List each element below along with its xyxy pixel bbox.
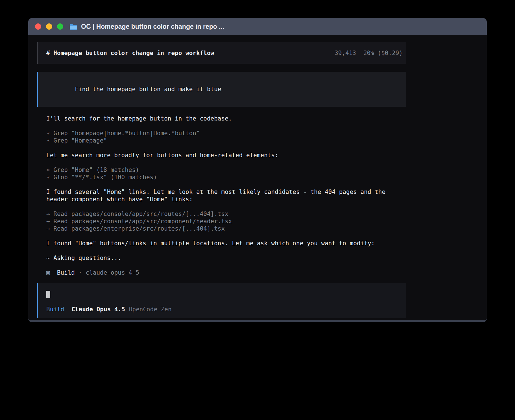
- status-bar: ········ esc interrupt ctrl+tvariants ta…: [37, 320, 406, 322]
- spinner-dots: ········: [37, 320, 70, 322]
- tool-call-read: → Read packages/enterprise/src/routes/[.…: [46, 225, 406, 232]
- shortcut-key-commands: ctrl+p: [352, 321, 374, 322]
- shortcut-key-agents: tab: [309, 321, 320, 322]
- tool-call-group: ∗ Grep "Home" (18 matches) ∗ Glob "**/*.…: [46, 166, 406, 181]
- context-cost: 20% ($0.29): [363, 50, 403, 56]
- user-message: Find the homepage button and make it blu…: [37, 72, 406, 107]
- tool-call-grep: ∗ Grep "Homepage": [46, 137, 406, 144]
- assistant-status-text: ~ Asking questions...: [46, 254, 406, 262]
- interrupt-label: interrupt: [93, 320, 125, 322]
- close-button[interactable]: [35, 23, 41, 30]
- shortcut-variants: ctrl+tvariants: [248, 320, 301, 322]
- assistant-paragraph: I found several "Home" links. Let me loo…: [46, 188, 406, 203]
- model-status-line: Build Claude Opus 4.5 OpenCode Zen: [46, 306, 398, 313]
- agent-status-line: ▣ Build · claude-opus-4-5: [46, 269, 406, 276]
- zoom-button[interactable]: [57, 23, 63, 30]
- provider-label: OpenCode Zen: [129, 306, 172, 313]
- window-title-group: OC | Homepage button color change in rep…: [69, 23, 224, 30]
- window-title: OC | Homepage button color change in rep…: [81, 23, 224, 30]
- assistant-text: header component which have "Home" links…: [46, 196, 406, 203]
- minimize-button[interactable]: [46, 23, 52, 30]
- user-message-text: Find the homepage button and make it blu…: [75, 86, 221, 93]
- assistant-text: I'll search for the homepage button in t…: [46, 115, 406, 122]
- agent-icon: ▣: [46, 269, 50, 276]
- text-cursor: [46, 291, 50, 298]
- shortcut-label-agents: agents: [323, 321, 345, 322]
- assistant-text: I found "Home" buttons/links in multiple…: [46, 240, 406, 247]
- model-label: Claude Opus 4.5: [71, 306, 125, 313]
- assistant-paragraph: I found "Home" buttons/links in multiple…: [46, 240, 406, 247]
- shortcut-agents: tabagents: [309, 320, 345, 322]
- mode-label: Build: [46, 306, 64, 313]
- shortcut-key-variants: ctrl+t: [248, 321, 269, 322]
- assistant-paragraph: Let me search more broadly for buttons a…: [46, 152, 406, 159]
- status-bar-left: ········ esc interrupt: [37, 320, 125, 322]
- session-header: # Homepage button color change in repo w…: [37, 42, 406, 64]
- assistant-text: Let me search more broadly for buttons a…: [46, 152, 406, 159]
- agent-name: Build: [57, 269, 75, 276]
- token-count: 39,413: [335, 50, 356, 56]
- app-window: OC | Homepage button color change in rep…: [28, 18, 487, 322]
- window-titlebar[interactable]: OC | Homepage button color change in rep…: [28, 18, 487, 35]
- tool-call-read: → Read packages/console/app/src/componen…: [46, 218, 406, 225]
- agent-separator: ·: [78, 269, 82, 276]
- assistant-paragraph: I'll search for the homepage button in t…: [46, 115, 406, 122]
- conversation: I'll search for the homepage button in t…: [37, 115, 406, 276]
- esc-key: esc: [78, 320, 89, 322]
- traffic-lights: [35, 23, 63, 30]
- status-bar-right: ctrl+tvariants tabagents ctrl+pcommands: [248, 320, 406, 322]
- session-title: # Homepage button color change in repo w…: [46, 49, 214, 57]
- shortcut-label-commands: commands: [377, 321, 406, 322]
- agent-model: claude-opus-4-5: [86, 269, 139, 276]
- tool-call-group: ∗ Grep "homepage|home.*button|Home.*butt…: [46, 130, 406, 144]
- folder-icon: [69, 23, 77, 30]
- tool-call-group: → Read packages/console/app/src/routes/[…: [46, 210, 406, 232]
- tool-call-glob: ∗ Glob "**/*.tsx" (100 matches): [46, 174, 406, 181]
- assistant-paragraph: ~ Asking questions...: [46, 254, 406, 262]
- assistant-text: I found several "Home" links. Let me loo…: [46, 188, 406, 196]
- tool-call-read: → Read packages/console/app/src/routes/[…: [46, 210, 406, 218]
- shortcut-commands: ctrl+pcommands: [352, 320, 406, 322]
- shortcut-label-variants: variants: [273, 321, 301, 322]
- tool-call-grep: ∗ Grep "homepage|home.*button|Home.*butt…: [46, 130, 406, 137]
- session-usage: 39,41320% ($0.29): [335, 49, 403, 57]
- tool-call-grep: ∗ Grep "Home" (18 matches): [46, 166, 406, 174]
- prompt-input[interactable]: Build Claude Opus 4.5 OpenCode Zen: [37, 283, 406, 318]
